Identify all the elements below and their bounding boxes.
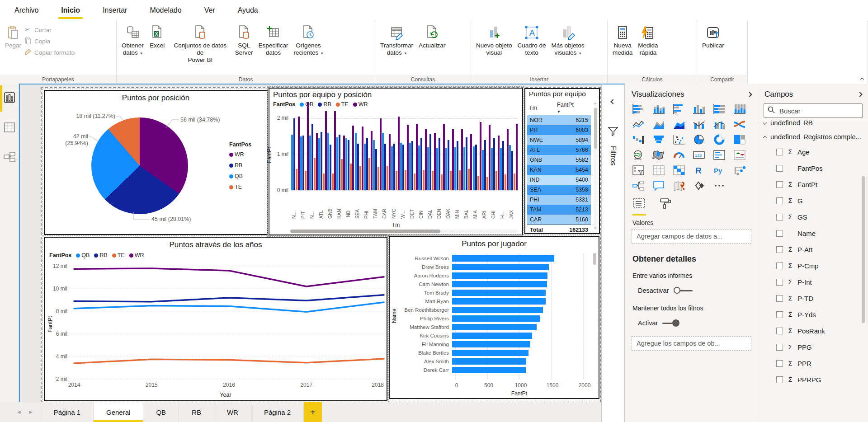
column-bar-RB[interactable] [357, 144, 359, 191]
line-stacked-column-icon[interactable] [691, 118, 707, 131]
column-bar-TE[interactable] [332, 173, 334, 191]
qa-visual-icon[interactable] [651, 179, 666, 192]
column-bar-WR[interactable] [316, 133, 318, 191]
table-scrollbar[interactable]: ˄ ˅ [594, 102, 598, 230]
page-tab-wr[interactable]: WR [214, 402, 251, 422]
especificar-button[interactable]: Especificar datos [256, 22, 291, 57]
column-bar-TE[interactable] [396, 171, 397, 191]
bar[interactable] [452, 333, 532, 339]
column-bar-WR[interactable] [416, 124, 418, 191]
column-bar-QB[interactable] [427, 147, 429, 191]
stacked-bar-chart-icon[interactable] [631, 103, 646, 115]
column-bar-RB[interactable] [484, 140, 486, 191]
table-row[interactable]: SEA5358 [527, 185, 591, 195]
column-bar-WR[interactable] [498, 136, 500, 191]
python-script-icon[interactable]: Py [712, 164, 727, 177]
column-bar-RB[interactable] [411, 141, 413, 191]
column-bar-TE[interactable] [350, 164, 352, 191]
page-tab-general[interactable]: General [94, 402, 143, 422]
column-bar-WR[interactable] [480, 122, 481, 191]
field-item-posrank[interactable]: ΣPosRank [758, 323, 868, 339]
column-bar-RB[interactable] [493, 138, 495, 191]
ribbon-chart-icon[interactable] [732, 118, 747, 131]
toggle-on-icon[interactable] [662, 319, 682, 327]
prev-page-arrow-icon[interactable]: ◄ [16, 409, 22, 415]
next-page-arrow-icon[interactable]: ► [28, 409, 33, 415]
line-plot[interactable]: 2 mil4 mil6 mil8 mil10 mil12 mil20142015… [45, 263, 387, 398]
column-bar-WR[interactable] [307, 102, 309, 191]
viz-panel-tab-fields[interactable] [632, 197, 646, 216]
multi-row-card-icon[interactable] [712, 149, 727, 161]
cuadro-de-button[interactable]: ACuadro de texto [515, 22, 548, 57]
clustered-column-chart-icon[interactable] [691, 103, 707, 115]
table-row[interactable]: PIT6003 [527, 125, 591, 135]
bar-row[interactable]: Alex Smith [394, 357, 580, 366]
cortar-button[interactable]: ✂Cortar [24, 26, 75, 34]
column-bar-RB[interactable] [302, 136, 304, 191]
column-bar-TE[interactable] [486, 177, 488, 191]
field-checkbox[interactable] [776, 214, 783, 220]
report-page[interactable]: Puntos por posición 56 mil (34.78%) 45 m… [41, 87, 601, 403]
menu-item-insertar[interactable]: Insertar [102, 5, 128, 16]
column-bar-QB[interactable] [436, 148, 438, 191]
add-page-button[interactable]: + [304, 402, 322, 422]
sidebar-item-data-view[interactable] [0, 113, 19, 143]
menu-item-archivo[interactable]: Archivo [14, 5, 39, 16]
column-bar-RB[interactable] [348, 140, 349, 191]
table-row[interactable]: NWE5894 [527, 135, 591, 145]
field-item-pprpg[interactable]: ΣPPRPG [758, 371, 868, 388]
bar-row[interactable]: Kirk Cousins [394, 331, 580, 340]
column-bar-QB[interactable] [482, 150, 484, 191]
table-icon[interactable] [651, 164, 666, 177]
column-bar-QB[interactable] [382, 133, 384, 191]
column-bar-RB[interactable] [448, 140, 449, 191]
bar-row[interactable]: Ben Roethlisberger [394, 305, 580, 314]
table-row[interactable]: PHI5331 [527, 195, 591, 205]
column-bar-QB[interactable] [500, 148, 502, 191]
bar-row[interactable]: Drew Brees [394, 263, 580, 271]
field-item-p-cmp[interactable]: ΣP-Cmp [758, 258, 868, 274]
obtener-button[interactable]: Obtener datos ▾ [119, 22, 146, 58]
bar[interactable] [452, 272, 547, 279]
table-row[interactable]: NOR6215 [527, 115, 591, 125]
legend-item-WR[interactable]: WR [129, 252, 144, 258]
legend-item-RB[interactable]: RB [94, 252, 107, 258]
column-bar-QB[interactable] [345, 138, 347, 191]
map-icon[interactable] [631, 149, 646, 161]
publicar-button[interactable]: Publicar [700, 22, 726, 50]
search-box[interactable] [764, 103, 863, 118]
drillthrough-field-well[interactable]: Agregue los campos de ob... [632, 336, 751, 351]
column-bar-RB[interactable] [311, 124, 313, 191]
bar[interactable] [452, 341, 530, 347]
column-bar-TE[interactable] [495, 171, 497, 191]
bar[interactable] [452, 290, 546, 296]
fields-table-registros[interactable]: undefinedRegistros comple... [758, 130, 868, 144]
bar[interactable] [452, 315, 540, 322]
donut-chart-icon[interactable] [712, 133, 727, 146]
sidebar-item-report-view[interactable] [0, 84, 19, 113]
field-checkbox[interactable] [776, 263, 783, 269]
field-item-ppr[interactable]: ΣPPR [758, 355, 868, 371]
arcgis-map-icon[interactable] [671, 179, 687, 192]
legend-item-QB[interactable]: QB [229, 173, 251, 179]
search-input[interactable] [778, 107, 855, 115]
column-bar-QB[interactable] [509, 145, 511, 191]
field-checkbox[interactable] [776, 181, 783, 188]
legend-item-QB[interactable]: QB [76, 252, 90, 258]
legend-item-WR[interactable]: WR [229, 151, 251, 158]
column-bar-RB[interactable] [375, 149, 377, 191]
column-bar-TE[interactable] [514, 173, 515, 191]
column-bar-WR[interactable] [343, 136, 345, 191]
column-bar-QB[interactable] [291, 135, 293, 191]
copiar-formato-button[interactable]: Copiar formato [24, 48, 75, 57]
field-item-g[interactable]: ΣG [758, 192, 868, 209]
bar[interactable] [452, 255, 554, 262]
column-bar-TE[interactable] [377, 167, 379, 191]
fields-table-rb[interactable]: undefinedRB [758, 120, 868, 130]
column-bar-RB[interactable] [293, 118, 295, 191]
column-bar-WR[interactable] [334, 111, 336, 191]
column-bar-WR[interactable] [407, 125, 409, 191]
column-bar-WR[interactable] [362, 127, 363, 191]
column-bar-QB[interactable] [300, 136, 302, 191]
column-bar-WR[interactable] [352, 126, 354, 191]
